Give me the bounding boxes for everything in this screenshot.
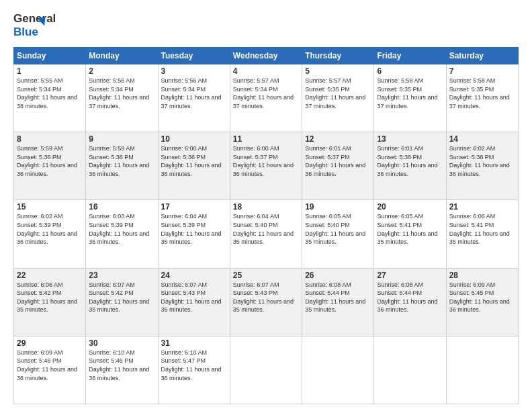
calendar-week-1: 1Sunrise: 5:55 AMSunset: 5:34 PMDaylight…: [14, 64, 519, 132]
calendar-cell: 30Sunrise: 6:10 AMSunset: 5:46 PMDayligh…: [86, 336, 158, 404]
day-number: 8: [17, 134, 83, 144]
day-info: Sunrise: 6:06 AMSunset: 5:41 PMDaylight:…: [449, 212, 515, 246]
day-number: 15: [17, 202, 83, 212]
calendar-cell: 3Sunrise: 5:56 AMSunset: 5:34 PMDaylight…: [158, 64, 230, 132]
day-info: Sunrise: 5:56 AMSunset: 5:34 PMDaylight:…: [89, 77, 154, 110]
calendar-cell: 2Sunrise: 5:56 AMSunset: 5:34 PMDaylight…: [86, 64, 158, 132]
day-number: 23: [89, 271, 154, 280]
day-number: 21: [449, 202, 515, 212]
day-info: Sunrise: 6:04 AMSunset: 5:40 PMDaylight:…: [233, 212, 299, 246]
calendar-header-sunday: Sunday: [14, 48, 86, 64]
calendar-cell: 11Sunrise: 6:00 AMSunset: 5:37 PMDayligh…: [230, 132, 302, 200]
calendar-header-wednesday: Wednesday: [230, 48, 302, 64]
calendar-cell: 8Sunrise: 5:59 AMSunset: 5:36 PMDaylight…: [14, 132, 86, 200]
calendar-cell: 24Sunrise: 6:07 AMSunset: 5:43 PMDayligh…: [158, 268, 230, 336]
calendar-cell: 28Sunrise: 6:09 AMSunset: 5:45 PMDayligh…: [446, 268, 518, 336]
day-info: Sunrise: 6:07 AMSunset: 5:43 PMDaylight:…: [161, 281, 227, 314]
calendar-cell: 12Sunrise: 6:01 AMSunset: 5:37 PMDayligh…: [302, 132, 374, 200]
day-info: Sunrise: 5:57 AMSunset: 5:35 PMDaylight:…: [305, 77, 371, 110]
day-info: Sunrise: 5:59 AMSunset: 5:36 PMDaylight:…: [17, 144, 83, 178]
day-number: 24: [161, 271, 227, 280]
day-number: 30: [89, 338, 154, 348]
calendar-cell: 7Sunrise: 5:58 AMSunset: 5:35 PMDaylight…: [446, 64, 518, 132]
calendar-cell: 22Sunrise: 6:06 AMSunset: 5:42 PMDayligh…: [14, 268, 86, 336]
day-info: Sunrise: 6:09 AMSunset: 5:45 PMDaylight:…: [449, 281, 515, 314]
calendar-cell: 18Sunrise: 6:04 AMSunset: 5:40 PMDayligh…: [230, 200, 302, 268]
day-number: 25: [233, 271, 299, 280]
logo: General Blue: [13, 12, 50, 40]
day-info: Sunrise: 6:08 AMSunset: 5:44 PMDaylight:…: [377, 281, 443, 314]
calendar-cell: 27Sunrise: 6:08 AMSunset: 5:44 PMDayligh…: [374, 268, 446, 336]
calendar-cell: 13Sunrise: 6:01 AMSunset: 5:38 PMDayligh…: [374, 132, 446, 200]
day-info: Sunrise: 5:57 AMSunset: 5:34 PMDaylight:…: [233, 77, 299, 110]
day-info: Sunrise: 6:03 AMSunset: 5:39 PMDaylight:…: [89, 212, 154, 246]
calendar-cell: 23Sunrise: 6:07 AMSunset: 5:42 PMDayligh…: [86, 268, 158, 336]
day-info: Sunrise: 6:09 AMSunset: 5:46 PMDaylight:…: [17, 349, 83, 382]
day-number: 18: [233, 202, 299, 212]
day-number: 2: [89, 66, 154, 76]
calendar-week-2: 8Sunrise: 5:59 AMSunset: 5:36 PMDaylight…: [14, 132, 519, 200]
day-number: 28: [449, 271, 515, 280]
day-info: Sunrise: 5:58 AMSunset: 5:35 PMDaylight:…: [449, 77, 515, 110]
calendar-cell: [374, 336, 446, 404]
day-info: Sunrise: 6:01 AMSunset: 5:37 PMDaylight:…: [305, 144, 371, 178]
day-number: 14: [449, 134, 515, 144]
day-number: 22: [17, 271, 83, 280]
calendar-cell: 1Sunrise: 5:55 AMSunset: 5:34 PMDaylight…: [14, 64, 86, 132]
day-number: 27: [377, 271, 443, 280]
day-number: 11: [233, 134, 299, 144]
day-info: Sunrise: 6:08 AMSunset: 5:44 PMDaylight:…: [305, 281, 371, 314]
calendar-cell: 19Sunrise: 6:05 AMSunset: 5:40 PMDayligh…: [302, 200, 374, 268]
calendar-header-thursday: Thursday: [302, 48, 374, 64]
calendar-week-3: 15Sunrise: 6:02 AMSunset: 5:39 PMDayligh…: [14, 200, 519, 268]
day-number: 20: [377, 202, 443, 212]
calendar-cell: 14Sunrise: 6:02 AMSunset: 5:38 PMDayligh…: [446, 132, 518, 200]
calendar-cell: 15Sunrise: 6:02 AMSunset: 5:39 PMDayligh…: [14, 200, 86, 268]
calendar-cell: 20Sunrise: 6:05 AMSunset: 5:41 PMDayligh…: [374, 200, 446, 268]
day-number: 16: [89, 202, 154, 212]
calendar-cell: [230, 336, 302, 404]
calendar-cell: 25Sunrise: 6:07 AMSunset: 5:43 PMDayligh…: [230, 268, 302, 336]
calendar-cell: 31Sunrise: 6:10 AMSunset: 5:47 PMDayligh…: [158, 336, 230, 404]
day-info: Sunrise: 5:55 AMSunset: 5:34 PMDaylight:…: [17, 77, 83, 110]
day-info: Sunrise: 5:58 AMSunset: 5:35 PMDaylight:…: [377, 77, 443, 110]
calendar-week-4: 22Sunrise: 6:06 AMSunset: 5:42 PMDayligh…: [14, 268, 519, 336]
day-info: Sunrise: 6:01 AMSunset: 5:38 PMDaylight:…: [377, 144, 443, 178]
day-info: Sunrise: 6:06 AMSunset: 5:42 PMDaylight:…: [17, 281, 83, 314]
calendar-cell: 5Sunrise: 5:57 AMSunset: 5:35 PMDaylight…: [302, 64, 374, 132]
logo: General Blue: [13, 12, 50, 40]
day-number: 3: [161, 66, 227, 76]
day-number: 31: [161, 338, 227, 348]
day-number: 17: [161, 202, 227, 212]
calendar-cell: 4Sunrise: 5:57 AMSunset: 5:34 PMDaylight…: [230, 64, 302, 132]
day-number: 26: [305, 271, 371, 280]
day-number: 9: [89, 134, 154, 144]
calendar-cell: 17Sunrise: 6:04 AMSunset: 5:39 PMDayligh…: [158, 200, 230, 268]
day-info: Sunrise: 6:05 AMSunset: 5:41 PMDaylight:…: [377, 212, 443, 246]
calendar-header-friday: Friday: [374, 48, 446, 64]
day-info: Sunrise: 6:07 AMSunset: 5:42 PMDaylight:…: [89, 281, 154, 314]
day-info: Sunrise: 6:04 AMSunset: 5:39 PMDaylight:…: [161, 212, 227, 246]
day-info: Sunrise: 6:00 AMSunset: 5:37 PMDaylight:…: [233, 144, 299, 178]
day-number: 19: [305, 202, 371, 212]
day-number: 1: [17, 66, 83, 76]
calendar-cell: 21Sunrise: 6:06 AMSunset: 5:41 PMDayligh…: [446, 200, 518, 268]
day-info: Sunrise: 6:02 AMSunset: 5:39 PMDaylight:…: [17, 212, 83, 246]
day-number: 12: [305, 134, 371, 144]
calendar-cell: 26Sunrise: 6:08 AMSunset: 5:44 PMDayligh…: [302, 268, 374, 336]
calendar-table: SundayMondayTuesdayWednesdayThursdayFrid…: [13, 47, 519, 404]
calendar-header-row: SundayMondayTuesdayWednesdayThursdayFrid…: [14, 48, 519, 64]
calendar-cell: [302, 336, 374, 404]
calendar-cell: 9Sunrise: 5:59 AMSunset: 5:36 PMDaylight…: [86, 132, 158, 200]
calendar-cell: [446, 336, 518, 404]
day-number: 13: [377, 134, 443, 144]
page: General Blue SundayMondayTuesdayWednesda…: [0, 0, 532, 411]
calendar-week-5: 29Sunrise: 6:09 AMSunset: 5:46 PMDayligh…: [14, 336, 519, 404]
day-number: 7: [449, 66, 515, 76]
calendar-cell: 16Sunrise: 6:03 AMSunset: 5:39 PMDayligh…: [86, 200, 158, 268]
day-info: Sunrise: 6:10 AMSunset: 5:46 PMDaylight:…: [89, 349, 154, 382]
calendar-cell: 10Sunrise: 6:00 AMSunset: 5:36 PMDayligh…: [158, 132, 230, 200]
day-number: 5: [305, 66, 371, 76]
calendar-header-saturday: Saturday: [446, 48, 518, 64]
calendar-header-tuesday: Tuesday: [158, 48, 230, 64]
